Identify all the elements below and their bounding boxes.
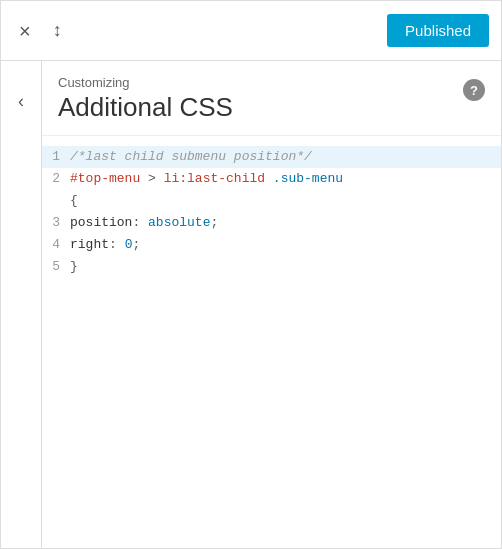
main-content: ‹ Customizing Additional CSS ? 1 /*last … — [1, 61, 501, 548]
published-button[interactable]: Published — [387, 14, 489, 47]
toolbar: × ↕ Published — [1, 1, 501, 61]
close-button[interactable]: × — [13, 17, 37, 45]
back-arrow-button[interactable]: ‹ — [1, 61, 41, 548]
code-editor[interactable]: 1 /*last child submenu position*/ 2 #top… — [42, 136, 501, 548]
panel-header-content: Customizing Additional CSS — [58, 75, 233, 123]
line-number-5: 5 — [42, 256, 70, 278]
css-operator: > — [140, 171, 163, 186]
app-wrapper: × ↕ Published ‹ Customizing Additional C… — [0, 0, 502, 549]
line-number-1: 1 — [42, 146, 70, 168]
css-text-space — [265, 171, 273, 186]
css-selector-id: #top-menu — [70, 171, 140, 186]
css-colon-3: : — [132, 215, 148, 230]
css-comment: /*last child submenu position*/ — [70, 149, 312, 164]
toolbar-left: × ↕ — [13, 17, 62, 45]
back-arrow-icon: ‹ — [18, 91, 24, 112]
code-line-1: 1 /*last child submenu position*/ — [42, 146, 501, 168]
css-brace-open: { — [70, 193, 78, 208]
panel: Customizing Additional CSS ? 1 /*last ch… — [41, 61, 501, 548]
line-number-4: 4 — [42, 234, 70, 256]
line-content-1: /*last child submenu position*/ — [70, 146, 501, 168]
css-property-position: position — [70, 215, 132, 230]
sort-icon[interactable]: ↕ — [53, 20, 62, 41]
help-icon-button[interactable]: ? — [463, 79, 485, 101]
line-content-3: position: absolute; — [70, 212, 501, 234]
css-brace-close: } — [70, 259, 78, 274]
panel-title: Additional CSS — [58, 92, 233, 123]
line-content-brace: { — [70, 190, 501, 212]
line-number-2: 2 — [42, 168, 70, 190]
css-selector-class: .sub-menu — [273, 171, 343, 186]
css-property-right: right — [70, 237, 109, 252]
code-line-2: 2 #top-menu > li:last-child .sub-menu — [42, 168, 501, 190]
css-colon-4: : — [109, 237, 125, 252]
code-line-3: 3 position: absolute; — [42, 212, 501, 234]
panel-header: Customizing Additional CSS ? — [42, 61, 501, 136]
css-selector-pseudo: li:last-child — [164, 171, 265, 186]
css-semi-4: ; — [132, 237, 140, 252]
line-content-2: #top-menu > li:last-child .sub-menu — [70, 168, 501, 190]
line-content-5: } — [70, 256, 501, 278]
code-line-5: 5 } — [42, 256, 501, 278]
line-content-4: right: 0; — [70, 234, 501, 256]
panel-label: Customizing — [58, 75, 233, 90]
css-value-position: absolute — [148, 215, 210, 230]
code-line-brace-open: { — [42, 190, 501, 212]
code-line-4: 4 right: 0; — [42, 234, 501, 256]
line-number-3: 3 — [42, 212, 70, 234]
css-semi-3: ; — [210, 215, 218, 230]
